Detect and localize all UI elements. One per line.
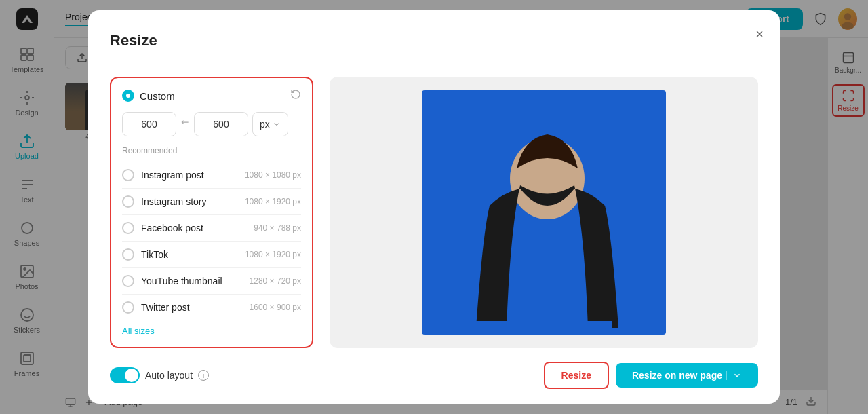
- swap-icon: [180, 119, 190, 129]
- preview-canvas: [422, 90, 666, 335]
- custom-radio-selected: [122, 90, 134, 102]
- info-icon[interactable]: i: [198, 370, 209, 381]
- svg-rect-32: [476, 321, 612, 328]
- resize-option-tiktok[interactable]: TikTok 1080 × 1920 px: [122, 242, 301, 268]
- auto-layout-label: Auto layout: [145, 370, 193, 381]
- modal-preview: [330, 77, 758, 348]
- app: Templates Design Upload Text: [0, 0, 868, 414]
- radio-tiktok: [122, 248, 134, 261]
- all-sizes-link[interactable]: All sizes: [122, 326, 301, 336]
- resize-options-list: Instagram post 1080 × 1080 px Instagram …: [122, 162, 301, 320]
- modal-title: Resize: [110, 32, 758, 50]
- dimension-row: px: [122, 112, 301, 136]
- resize-option-facebook-post[interactable]: Facebook post 940 × 788 px: [122, 215, 301, 242]
- resize-modal: Resize × Custom: [88, 10, 780, 404]
- width-input[interactable]: [122, 112, 176, 136]
- radio-facebook-post: [122, 222, 134, 234]
- resize-option-twitter[interactable]: Twitter post 1600 × 900 px: [122, 295, 301, 320]
- height-input[interactable]: [194, 112, 248, 136]
- recommended-label: Recommended: [122, 146, 301, 155]
- modal-content: Custom: [110, 77, 758, 348]
- resize-option-instagram-post[interactable]: Instagram post 1080 × 1080 px: [122, 162, 301, 189]
- custom-label: Custom: [140, 90, 175, 102]
- auto-layout-row: Auto layout i: [110, 367, 209, 383]
- resize-new-chevron[interactable]: [726, 371, 742, 380]
- option-group: Custom: [110, 77, 313, 348]
- radio-twitter: [122, 301, 134, 314]
- modal-close-button[interactable]: ×: [755, 26, 764, 42]
- resize-option-youtube[interactable]: YouTube thumbnail 1280 × 720 px: [122, 268, 301, 295]
- toggle-knob: [125, 369, 138, 382]
- resize-option-instagram-story[interactable]: Instagram story 1080 × 1920 px: [122, 189, 301, 215]
- reset-button[interactable]: [290, 89, 301, 102]
- modal-actions: Resize Resize on new page: [544, 362, 758, 389]
- custom-option[interactable]: Custom: [122, 89, 301, 102]
- resize-button[interactable]: Resize: [544, 362, 609, 389]
- radio-instagram-post: [122, 169, 134, 181]
- auto-layout-toggle[interactable]: [110, 367, 140, 383]
- unit-select[interactable]: px: [252, 112, 288, 136]
- radio-youtube: [122, 275, 134, 287]
- modal-bottom: Auto layout i Resize Resize on new page: [110, 362, 758, 389]
- modal-overlay: Resize × Custom: [0, 0, 868, 414]
- modal-options: Custom: [110, 77, 313, 348]
- radio-instagram-story: [122, 195, 134, 208]
- resize-on-new-page-button[interactable]: Resize on new page: [616, 363, 758, 388]
